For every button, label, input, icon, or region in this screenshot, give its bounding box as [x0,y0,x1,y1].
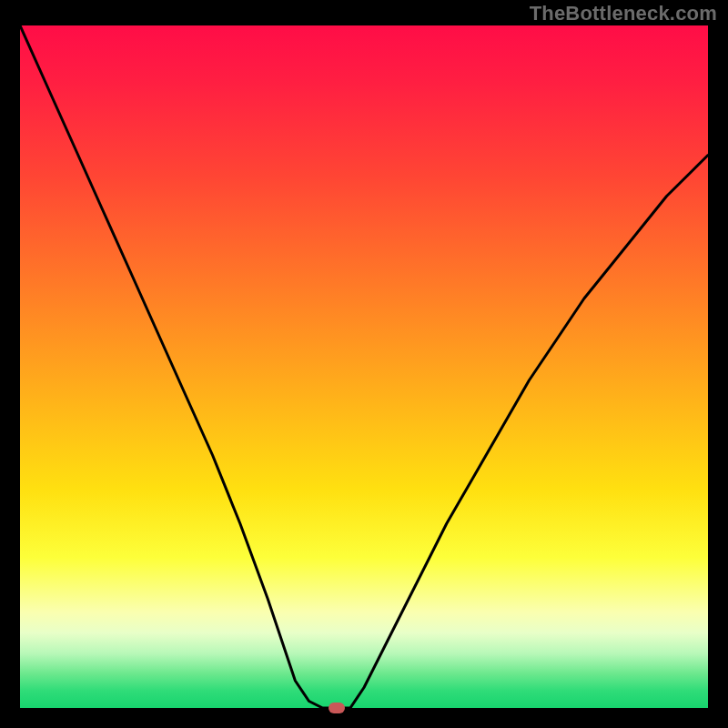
bottleneck-curve [20,25,708,708]
chart-frame: TheBottleneck.com [0,0,728,728]
curve-svg [20,25,708,708]
watermark-text: TheBottleneck.com [530,2,717,25]
optimal-point-marker [329,703,345,713]
plot-area [20,25,708,708]
